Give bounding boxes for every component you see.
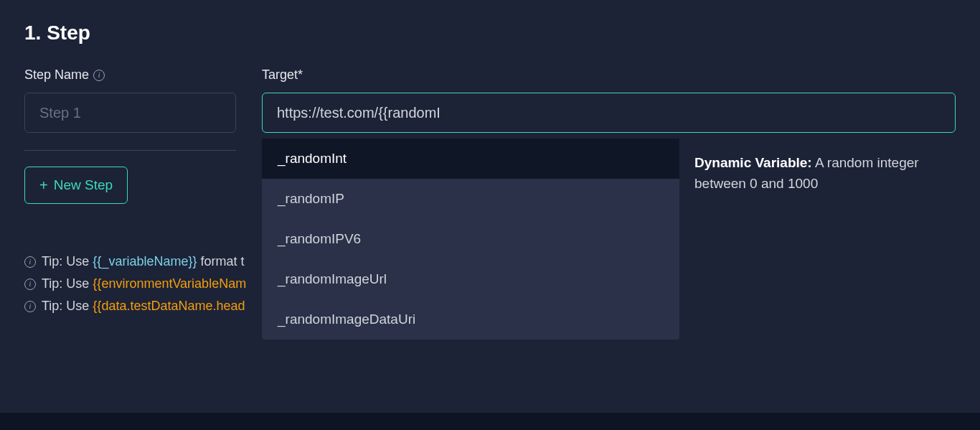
footer-bar (0, 413, 980, 430)
target-label-text: Target* (262, 67, 303, 83)
hint-label: Dynamic Variable: (694, 155, 812, 170)
step-name-field-group: Step Name i (24, 67, 236, 133)
new-step-label: New Step (54, 177, 113, 193)
step-name-input[interactable] (24, 93, 236, 133)
target-label: Target* (262, 67, 956, 83)
step-heading: 1. Step (24, 22, 956, 45)
info-icon: i (24, 301, 36, 312)
step-name-label-text: Step Name (24, 67, 89, 83)
variable-hint-panel: Dynamic Variable: A random integer betwe… (694, 153, 960, 194)
tip-text: Tip: Use {{environmentVariableNam (42, 276, 246, 291)
info-icon: i (24, 256, 36, 268)
autocomplete-item[interactable]: _randomIPV6 (262, 219, 679, 259)
info-icon[interactable]: i (93, 70, 105, 81)
target-input[interactable] (262, 93, 956, 133)
autocomplete-item[interactable]: _randomInt (262, 139, 679, 179)
autocomplete-dropdown: _randomInt _randomIP _randomIPV6 _random… (262, 139, 679, 340)
tip-text: Tip: Use {{data.testDataName.head (42, 299, 245, 314)
autocomplete-item[interactable]: _randomIP (262, 179, 679, 219)
plus-icon: + (39, 178, 48, 192)
new-step-button[interactable]: + New Step (24, 167, 128, 204)
step-name-label: Step Name i (24, 67, 236, 83)
autocomplete-item[interactable]: _randomImageDataUri (262, 299, 679, 340)
tip-text: Tip: Use {{_variableName}} format t (42, 254, 244, 269)
info-icon: i (24, 279, 36, 290)
target-field-group: Target* (262, 67, 956, 133)
divider (24, 150, 236, 151)
autocomplete-item[interactable]: _randomImageUrl (262, 259, 679, 299)
